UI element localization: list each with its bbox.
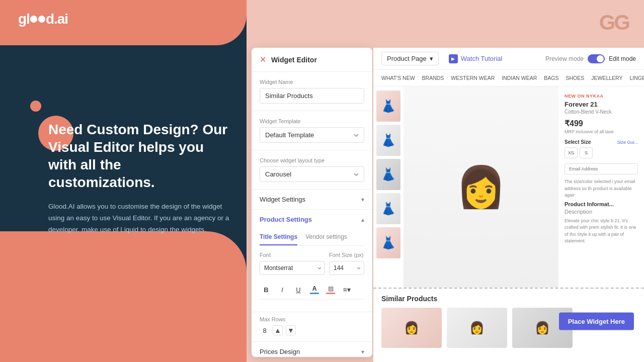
font-size-select[interactable]: 144 (329, 261, 364, 275)
bold-button[interactable]: B (260, 283, 273, 296)
stepper-up-button[interactable]: ▲ (273, 325, 283, 335)
widget-template-section: Widget Template Default Template (252, 111, 372, 150)
product-settings-section: Product Settings ▴ Title Settings Vendor… (252, 210, 372, 312)
similar-card-2: 👩 (447, 308, 507, 348)
similar-img-placeholder-1: 👩 (381, 308, 442, 348)
prices-design-label: Prices Design (260, 348, 300, 355)
close-icon[interactable]: ✕ (260, 55, 266, 64)
widget-template-label: Widget Template (260, 118, 364, 124)
widget-editor-panel: ✕ Widget Editor Widget Name Widget Templ… (252, 48, 372, 357)
widget-name-input[interactable] (260, 88, 364, 104)
size-label-row: Select Size Size Gui... (565, 139, 638, 145)
highlight-color-button[interactable]: ▨ (324, 283, 337, 296)
size-options: XS S (565, 147, 638, 158)
right-panel: GG ✕ Widget Editor Widget Name Widget Te… (247, 0, 644, 362)
main-img-placeholder: 👩 (404, 86, 558, 288)
nav-item-indian[interactable]: INDIAN WEAR (502, 75, 537, 81)
product-short-desc: Cotton-Blend V-Neck (565, 109, 638, 115)
toggle-knob (597, 55, 604, 62)
product-description-label: Description (565, 209, 638, 215)
place-widget-button[interactable]: Place Widget Here (559, 313, 634, 330)
settings-tabs: Title Settings Vendor settings (260, 229, 364, 246)
thumbnail-5[interactable]: 👗 (376, 227, 400, 258)
thumb-img-5: 👗 (376, 227, 400, 258)
similar-card-1: 👩 (381, 308, 442, 348)
product-preview: WHAT'S NEW BRANDS WESTERN WEAR INDIAN WE… (373, 70, 644, 362)
product-info-panel: NEW ON NYKAA Forever 21 Cotton-Blend V-N… (558, 86, 644, 288)
max-rows-section: Max Rows 8 ▲ ▼ (252, 312, 372, 342)
widget-template-select[interactable]: Default Template (260, 127, 364, 143)
page-dropdown-value: Product Page (387, 55, 427, 62)
thumbnail-4[interactable]: 👗 (376, 193, 400, 224)
nav-item-lingerie[interactable]: LINGERIE (629, 75, 644, 81)
dot-decoration-small (30, 101, 41, 112)
chevron-down-icon-3: ▾ (430, 55, 433, 62)
tab-title-settings[interactable]: Title Settings (260, 229, 297, 245)
stepper-down-button[interactable]: ▼ (286, 325, 296, 335)
italic-button[interactable]: I (276, 283, 289, 296)
left-panel: gld.ai Need Custom Design? Our Visual Ed… (0, 0, 247, 362)
left-heading: Need Custom Design? Our Visual Editor he… (48, 121, 231, 191)
align-button[interactable]: ≡▾ (340, 283, 353, 296)
underline-button[interactable]: U (292, 283, 305, 296)
format-toolbar: B I U A ▨ ≡▾ (260, 280, 364, 300)
widget-placement-area: Similar Products Place Widget Here 👩 👩 👩 (373, 288, 644, 354)
widget-settings-collapsible[interactable]: Widget Settings ▾ (252, 190, 372, 210)
text-color-button[interactable]: A (308, 283, 321, 296)
product-name: Forever 21 (565, 101, 638, 108)
product-thumbnails: 👗 👗 👗 👗 👗 (373, 86, 404, 288)
size-label: Select Size (565, 139, 591, 145)
layout-type-label: Choose widget layout type (260, 157, 364, 163)
page-dropdown[interactable]: Product Page ▾ (381, 52, 439, 65)
font-size-wrap: Font Size (px) 144 (329, 252, 364, 275)
chevron-down-icon-2: ▾ (361, 348, 364, 355)
preview-mode-label: Preview mode (545, 55, 584, 62)
nav-item-western[interactable]: WESTERN WEAR (451, 75, 495, 81)
watch-tutorial-label: Watch Tutorial (461, 55, 503, 62)
mode-toggle-switch[interactable] (588, 54, 605, 63)
size-guide: Size Gui... (617, 140, 638, 145)
chevron-up-icon: ▴ (361, 216, 364, 223)
product-main-image: 👩 (404, 86, 558, 288)
layout-type-select[interactable]: Carousel (260, 166, 364, 182)
widget-settings-label: Widget Settings (260, 196, 305, 203)
size-s-button[interactable]: S (580, 147, 593, 158)
left-content: Need Custom Design? Our Visual Editor he… (48, 121, 231, 236)
font-size-label: Font Size (px) (329, 252, 364, 258)
size-xs-button[interactable]: XS (565, 147, 578, 158)
thumb-img-4: 👗 (376, 193, 400, 224)
tab-vendor-settings[interactable]: Vendor settings (305, 229, 347, 245)
similar-img-2: 👩 (447, 308, 507, 348)
widget-name-section: Widget Name (252, 72, 372, 111)
nav-item-bags[interactable]: BAGS (544, 75, 558, 81)
edit-mode-label: Edit mode (609, 55, 636, 62)
editor-topbar: Product Page ▾ ▶ Watch Tutorial Preview … (373, 48, 644, 70)
product-settings-body: Title Settings Vendor settings Font Mont… (252, 229, 372, 312)
thumb-img-1: 👗 (376, 90, 400, 122)
nav-item-shoes[interactable]: SHOES (566, 75, 584, 81)
product-description: Elevate your chic style b 21. It's craft… (565, 218, 638, 245)
thumbnail-2[interactable]: 👗 (376, 125, 400, 156)
product-settings-header[interactable]: Product Settings ▴ (252, 210, 372, 229)
product-settings-label: Product Settings (260, 216, 312, 223)
max-rows-stepper: 8 ▲ ▼ (260, 325, 364, 335)
product-area: 👗 👗 👗 👗 👗 👩 N (373, 86, 644, 288)
font-select[interactable]: Montserrat (260, 261, 325, 275)
email-input[interactable] (565, 163, 638, 174)
widget-editor-title: Widget Editor (271, 56, 317, 64)
nav-item-whats-new[interactable]: WHAT'S NEW (381, 75, 415, 81)
thumbnail-3[interactable]: 👗 (376, 159, 400, 190)
watch-tutorial-button[interactable]: ▶ Watch Tutorial (449, 54, 503, 63)
nav-item-jewellery[interactable]: JEWELLERY (591, 75, 622, 81)
store-nav: WHAT'S NEW BRANDS WESTERN WEAR INDIAN WE… (373, 70, 644, 86)
mode-toggle-area: Preview mode Edit mode (545, 54, 636, 63)
thumbnail-1[interactable]: 👗 (376, 90, 400, 122)
similar-img-1: 👩 (381, 308, 442, 348)
nav-item-brands[interactable]: BRANDS (422, 75, 444, 81)
product-price: ₹499 (565, 119, 638, 128)
logo: gld.ai (18, 11, 68, 27)
font-select-wrap: Font Montserrat (260, 252, 325, 275)
prices-design-collapsible[interactable]: Prices Design ▾ (252, 342, 372, 357)
right-top-bar: GG (247, 0, 644, 45)
left-body: Glood.AI allows you to customise the des… (48, 201, 231, 236)
